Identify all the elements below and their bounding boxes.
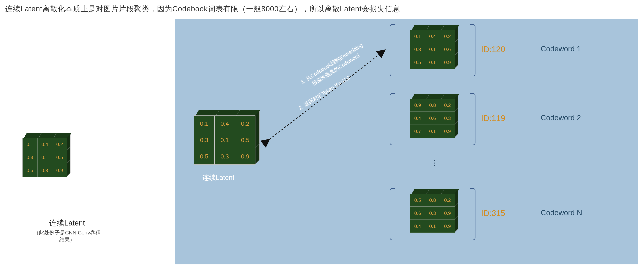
cell: 0.3 [410, 43, 425, 56]
cell: 0.2 [235, 115, 256, 132]
cell: 0.1 [410, 30, 425, 43]
panel-latent-label: 连续Latent [202, 173, 234, 182]
cell: 0.4 [37, 138, 52, 151]
left-latent-sublabel: （此处例子是CNN Conv卷积结果） [34, 229, 101, 243]
cell: 0.2 [440, 99, 455, 112]
cell: 0.3 [194, 132, 214, 148]
bracket-left-icon [390, 24, 395, 76]
codeword-2-id: ID:119 [481, 114, 505, 123]
cell: 0.1 [194, 115, 214, 132]
page-heading: 连续Latent离散化本质上是对图片片段聚类，因为Codebook词表有限（一般… [5, 4, 400, 14]
cell: 0.3 [22, 151, 37, 164]
cell: 0.7 [410, 125, 425, 138]
codeword-n-cube: 0.5 0.8 0.2 0.6 0.3 0.9 0.4 0.1 0.9 [410, 194, 455, 233]
bracket-right-icon [470, 24, 476, 76]
codeword-1-id: ID:120 [481, 45, 505, 54]
cell: 0.4 [214, 115, 235, 132]
cell: 0.6 [440, 43, 455, 56]
diagram-panel: 0.1 0.4 0.2 0.3 0.1 0.5 0.5 0.3 0.9 连续La… [175, 19, 638, 265]
panel-latent-cube: 0.1 0.4 0.2 0.3 0.1 0.5 0.5 0.3 0.9 [194, 115, 256, 165]
cell: 0.1 [425, 43, 440, 56]
cell: 0.1 [425, 125, 440, 138]
cell: 0.8 [425, 194, 440, 207]
cell: 0.5 [410, 56, 425, 69]
cell: 0.4 [410, 220, 425, 233]
cell: 0.9 [440, 207, 455, 220]
cell: 0.1 [425, 220, 440, 233]
ellipsis-icon: ⋮ [431, 160, 439, 165]
cell: 0.8 [425, 99, 440, 112]
cell: 0.3 [37, 164, 52, 177]
codeword-n-id: ID:315 [481, 209, 505, 218]
cell: 0.9 [410, 99, 425, 112]
left-latent-cube: 0.1 0.4 0.2 0.3 0.1 0.5 0.5 0.3 0.9 [22, 138, 67, 177]
cell: 0.6 [410, 207, 425, 220]
cell: 0.5 [52, 151, 67, 164]
cell: 0.6 [425, 112, 440, 125]
codeword-2-name: Codeword 2 [541, 114, 581, 122]
codeword-1-name: Codeword 1 [541, 45, 581, 53]
cell: 0.3 [425, 207, 440, 220]
bracket-left-icon [390, 188, 395, 240]
left-latent-label: 连续Latent [34, 218, 101, 228]
cell: 0.9 [235, 148, 256, 165]
codeword-2-cube: 0.9 0.8 0.2 0.4 0.6 0.3 0.7 0.1 0.9 [410, 99, 455, 138]
cell: 0.5 [22, 164, 37, 177]
cell: 0.1 [425, 56, 440, 69]
cell: 0.9 [440, 220, 455, 233]
cell: 0.2 [440, 194, 455, 207]
cell: 0.5 [194, 148, 214, 165]
cell: 0.5 [410, 194, 425, 207]
cell: 0.1 [37, 151, 52, 164]
cell: 0.9 [440, 125, 455, 138]
cell: 0.5 [235, 132, 256, 148]
bracket-left-icon [390, 93, 395, 145]
bracket-right-icon [470, 93, 476, 145]
cell: 0.4 [425, 30, 440, 43]
cell: 0.3 [440, 112, 455, 125]
left-latent-caption: 连续Latent （此处例子是CNN Conv卷积结果） [34, 218, 101, 243]
cell: 0.1 [214, 132, 235, 148]
cell: 0.4 [410, 112, 425, 125]
cell: 0.9 [52, 164, 67, 177]
cell: 0.9 [440, 56, 455, 69]
bracket-right-icon [470, 188, 476, 240]
cell: 0.3 [214, 148, 235, 165]
codeword-1-cube: 0.1 0.4 0.2 0.3 0.1 0.6 0.5 0.1 0.9 [410, 30, 455, 69]
cell: 0.1 [22, 138, 37, 151]
cell: 0.2 [52, 138, 67, 151]
codeword-n-name: Codeword N [541, 209, 582, 217]
cell: 0.2 [440, 30, 455, 43]
